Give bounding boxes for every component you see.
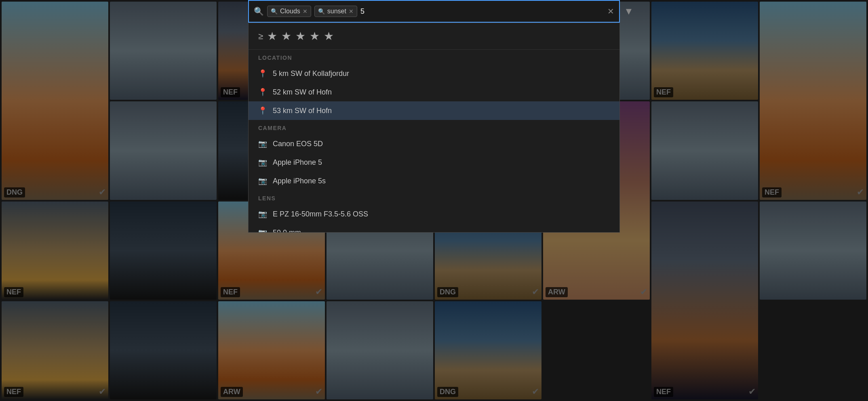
lens-item-2[interactable]: 📷 50.0 mm <box>249 223 619 233</box>
filter-icon[interactable]: ▼ <box>624 6 634 17</box>
camera-icon-1: 📷 <box>258 139 266 148</box>
star-1[interactable]: ★ <box>267 29 277 43</box>
location-text-1: 5 km SW of Kollafjordur <box>273 69 349 78</box>
gte-symbol: ≥ <box>258 31 263 42</box>
search-container: 🔍 🔍 Clouds ✕ 🔍 sunset ✕ ✕ ≥ ★ ★ ★ ★ ★ LO… <box>248 0 620 23</box>
location-item-2[interactable]: 📍 52 km SW of Hofn <box>249 83 619 101</box>
search-clear-button[interactable]: ✕ <box>607 6 614 16</box>
location-item-3[interactable]: 📍 53 km SW of Hofn <box>249 101 619 120</box>
location-pin-icon-3: 📍 <box>258 106 266 115</box>
camera-item-2[interactable]: 📷 Apple iPhone 5 <box>249 153 619 172</box>
camera-text-1: Canon EOS 5D <box>273 140 323 148</box>
star-5[interactable]: ★ <box>324 29 334 43</box>
tag-close-sunset[interactable]: ✕ <box>349 8 354 15</box>
lens-icon-2: 📷 <box>258 228 266 233</box>
tag-search-icon-2: 🔍 <box>318 8 325 15</box>
lens-icon-1: 📷 <box>258 210 266 218</box>
search-dropdown: ≥ ★ ★ ★ ★ ★ LOCATION 📍 5 km SW of Kollaf… <box>248 23 620 233</box>
search-tag-clouds[interactable]: 🔍 Clouds ✕ <box>267 6 311 17</box>
location-pin-icon: 📍 <box>258 69 266 78</box>
tag-label-sunset: sunset <box>327 8 346 15</box>
search-icon: 🔍 <box>254 6 264 16</box>
tag-search-icon: 🔍 <box>271 8 278 15</box>
lens-item-1[interactable]: 📷 E PZ 16-50mm F3.5-5.6 OSS <box>249 205 619 223</box>
tag-label-clouds: Clouds <box>280 8 300 15</box>
location-pin-icon-2: 📍 <box>258 88 266 97</box>
camera-text-3: Apple iPhone 5s <box>273 177 326 185</box>
camera-text-2: Apple iPhone 5 <box>273 158 322 167</box>
star-4[interactable]: ★ <box>310 29 320 43</box>
location-text-2: 52 km SW of Hofn <box>273 88 332 97</box>
section-header-camera: CAMERA <box>249 120 619 134</box>
section-header-location: LOCATION <box>249 50 619 64</box>
lens-text-1: E PZ 16-50mm F3.5-5.6 OSS <box>273 210 368 218</box>
star-2[interactable]: ★ <box>281 29 291 43</box>
stars-filter-row[interactable]: ≥ ★ ★ ★ ★ ★ <box>249 23 619 50</box>
star-3[interactable]: ★ <box>295 29 305 43</box>
location-item-1[interactable]: 📍 5 km SW of Kollafjordur <box>249 64 619 83</box>
camera-item-3[interactable]: 📷 Apple iPhone 5s <box>249 172 619 190</box>
search-input[interactable] <box>360 7 604 16</box>
lens-text-2: 50.0 mm <box>273 229 301 233</box>
section-header-lens: LENS <box>249 190 619 205</box>
camera-icon-2: 📷 <box>258 158 266 167</box>
location-text-3: 53 km SW of Hofn <box>273 107 332 115</box>
search-bar: 🔍 🔍 Clouds ✕ 🔍 sunset ✕ ✕ <box>248 0 620 23</box>
camera-icon-3: 📷 <box>258 176 266 185</box>
search-tag-sunset[interactable]: 🔍 sunset ✕ <box>314 6 357 17</box>
camera-item-1[interactable]: 📷 Canon EOS 5D <box>249 134 619 153</box>
tag-close-clouds[interactable]: ✕ <box>303 8 308 15</box>
